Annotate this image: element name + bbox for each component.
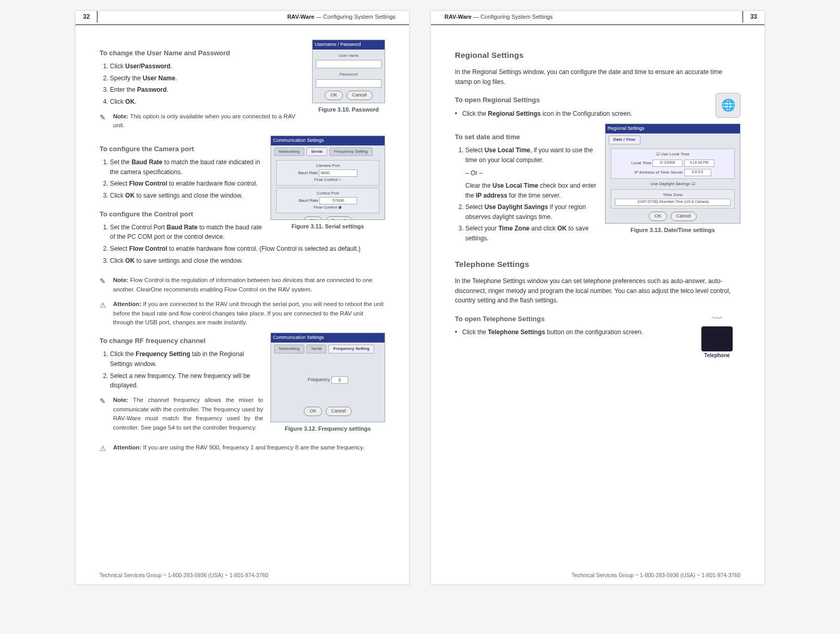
page-right-content: Regional Settings In the Regional Settin… bbox=[431, 25, 764, 368]
note-block: ✎ Note: This option is only available wh… bbox=[100, 112, 305, 131]
page-spread: 32 RAV-Ware — Configuring System Setting… bbox=[0, 0, 840, 595]
cable-icon: 〰 bbox=[694, 312, 740, 326]
heading-telephone-settings: Telephone Settings bbox=[455, 258, 740, 270]
tab-networking[interactable]: Networking bbox=[274, 148, 304, 156]
warning-icon: ⚠ bbox=[100, 300, 109, 327]
note-icon: ✎ bbox=[100, 112, 109, 131]
note-block: ✎ Note: The channel frequency allows the… bbox=[100, 396, 263, 433]
cancel-button[interactable]: Cancel bbox=[326, 407, 352, 416]
running-head-right: RAV-Ware — Configuring System Settings 3… bbox=[431, 11, 764, 25]
tab-frequency[interactable]: Frequency Setting bbox=[328, 345, 374, 353]
figure-3-13: Regional Settings Date / Time ☑ Use Loca… bbox=[605, 124, 740, 235]
note-icon: ✎ bbox=[100, 396, 109, 433]
time-zone-group: Time Zone (GMT-07:00) Mountain Time (US … bbox=[611, 189, 735, 208]
use-local-time-check[interactable]: ☑ bbox=[656, 152, 660, 156]
heading-open-regional: To open Regional Settings bbox=[455, 95, 740, 105]
note-icon: ✎ bbox=[100, 276, 109, 295]
time-zone-select[interactable]: (GMT-07:00) Mountain Time (US & Canada) bbox=[615, 199, 731, 206]
ok-button[interactable]: OK bbox=[304, 407, 322, 416]
time-field[interactable]: 4:16:40 PM bbox=[684, 160, 714, 167]
frequency-select[interactable]: 3 bbox=[331, 376, 348, 384]
username-input[interactable] bbox=[316, 60, 381, 68]
figure-3-11-caption: Figure 3.11. Serial settings bbox=[270, 222, 385, 231]
ok-button[interactable]: OK bbox=[325, 91, 343, 100]
running-head-title: RAV-Ware — Configuring System Settings bbox=[440, 14, 743, 20]
page-number-right: 33 bbox=[743, 11, 764, 22]
cancel-button[interactable]: Cancel bbox=[326, 216, 352, 220]
date-field[interactable]: 6/ 3/2004 bbox=[652, 160, 683, 167]
running-head-title: RAV-Ware — Configuring System Settings bbox=[97, 14, 400, 20]
footer-right: Technical Services Group ~ 1-800-283-593… bbox=[572, 572, 740, 578]
figure-3-12-dialog: Communication Settings Networking Serial… bbox=[270, 333, 385, 422]
cancel-button[interactable]: Cancel bbox=[347, 91, 373, 100]
page-number-left: 32 bbox=[76, 11, 97, 22]
steps-open-telephone: Click the Telephone Settings button on t… bbox=[455, 327, 740, 337]
figure-3-10-caption: Figure 3.10. Password bbox=[312, 105, 385, 114]
baud-rate-select[interactable]: 9600 bbox=[319, 169, 357, 177]
attention-block: ⚠ Attention: If you are connected to the… bbox=[100, 300, 385, 327]
figure-3-13-caption: Figure 3.13. Date/Time settings bbox=[605, 226, 740, 235]
tab-frequency[interactable]: Frequency Setting bbox=[329, 148, 373, 156]
tab-serial[interactable]: Serial bbox=[306, 148, 327, 156]
step: Click the Regional Settings icon in the … bbox=[462, 109, 740, 119]
page-left: 32 RAV-Ware — Configuring System Setting… bbox=[75, 10, 410, 585]
tab-networking[interactable]: Networking bbox=[274, 345, 304, 353]
figure-3-11-dialog: Communication Settings Networking Serial… bbox=[270, 136, 385, 220]
telephone-label: Telephone bbox=[694, 351, 740, 360]
baud-rate-select[interactable]: 57600 bbox=[319, 197, 357, 204]
tab-date-time[interactable]: Date / Time bbox=[609, 136, 640, 144]
running-head-left: 32 RAV-Ware — Configuring System Setting… bbox=[76, 11, 409, 25]
dialog-title: Regional Settings bbox=[606, 124, 740, 133]
figure-3-10: Username / Password User name Password O… bbox=[312, 40, 385, 114]
warning-icon: ⚠ bbox=[100, 443, 109, 455]
control-port-group: Control Port Baud Rate 57600 Flow Contro… bbox=[276, 188, 379, 213]
figure-3-12: Communication Settings Networking Serial… bbox=[270, 333, 385, 433]
dialog-title: Communication Settings bbox=[271, 333, 385, 343]
flow-control-check[interactable]: ○ bbox=[339, 177, 341, 182]
password-input[interactable] bbox=[316, 79, 381, 88]
ok-button[interactable]: OK bbox=[649, 212, 667, 221]
password-label: Password bbox=[316, 71, 381, 78]
figure-3-12-caption: Figure 3.12. Frequency settings bbox=[270, 424, 385, 433]
paragraph: In the Regional Settings window, you can… bbox=[455, 67, 740, 87]
note-block: ✎ Note: Flow Control is the regulation o… bbox=[100, 276, 385, 295]
date-time-group: ☑ Use Local Time Local Time 6/ 3/2004 4:… bbox=[611, 149, 735, 179]
ok-button[interactable]: OK bbox=[304, 216, 322, 220]
step: Click OK to save settings and close the … bbox=[110, 256, 385, 266]
figure-3-11: Communication Settings Networking Serial… bbox=[270, 136, 385, 231]
steps-open-regional: Click the Regional Settings icon in the … bbox=[455, 109, 740, 119]
figure-3-10-dialog: Username / Password User name Password O… bbox=[312, 40, 385, 103]
daylight-check[interactable]: ☑ bbox=[691, 181, 695, 186]
page-right: RAV-Ware — Configuring System Settings 3… bbox=[430, 10, 765, 585]
tab-serial[interactable]: Serial bbox=[306, 345, 326, 353]
step: Click the Telephone Settings button on t… bbox=[462, 327, 740, 337]
footer-left: Technical Services Group ~ 1-800-283-593… bbox=[100, 572, 268, 578]
dialog-title: Communication Settings bbox=[271, 136, 385, 145]
camera-port-group: Camera Port Baud Rate 9600 Flow Control … bbox=[276, 160, 379, 186]
cancel-button[interactable]: Cancel bbox=[671, 212, 697, 221]
dialog-title: Username / Password bbox=[313, 40, 385, 50]
paragraph: In the Telephone Settings window you can… bbox=[455, 276, 740, 306]
page-left-content: Username / Password User name Password O… bbox=[76, 25, 409, 486]
heading-regional-settings: Regional Settings bbox=[455, 49, 740, 61]
figure-3-13-dialog: Regional Settings Date / Time ☑ Use Loca… bbox=[605, 124, 740, 224]
ip-field[interactable]: 0.0.0.0 bbox=[684, 169, 711, 176]
step: Select Flow Control to enable hardware f… bbox=[110, 244, 385, 254]
flow-control-check[interactable]: ◉ bbox=[338, 205, 342, 210]
username-label: User name bbox=[316, 53, 381, 59]
attention-block: ⚠ Attention: If you are using the RAV 90… bbox=[100, 443, 385, 455]
